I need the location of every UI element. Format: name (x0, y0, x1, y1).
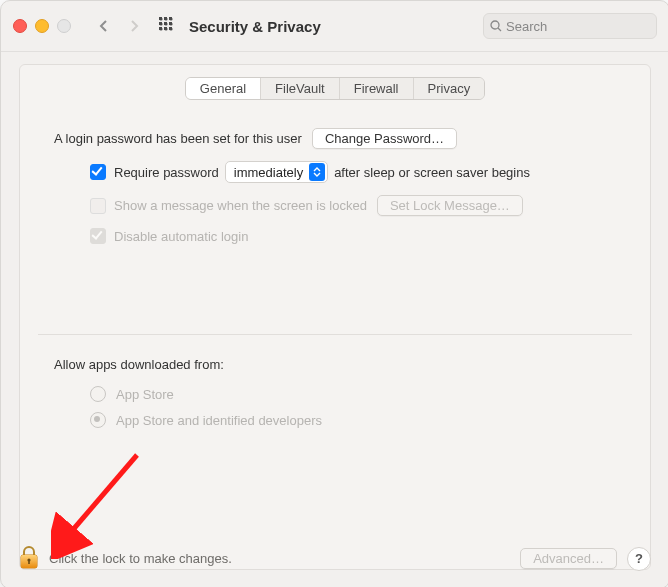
require-password-after-text: after sleep or screen saver begins (334, 165, 530, 180)
tab-strip: General FileVault Firewall Privacy (185, 77, 485, 100)
show-message-row: Show a message when the screen is locked… (54, 195, 616, 216)
require-password-delay-value: immediately (234, 165, 303, 180)
search-icon (490, 20, 502, 32)
svg-point-15 (164, 22, 167, 25)
svg-point-19 (169, 27, 172, 30)
appstore-identified-row: App Store and identified developers (54, 412, 616, 428)
tab-firewall[interactable]: Firewall (340, 78, 414, 99)
minimize-window-button[interactable] (35, 19, 49, 33)
svg-point-14 (159, 22, 162, 25)
tab-bar: General FileVault Firewall Privacy (20, 77, 650, 100)
require-password-label: Require password (114, 165, 219, 180)
set-lock-message-button: Set Lock Message… (377, 195, 523, 216)
disable-auto-login-checkbox (90, 228, 106, 244)
svg-line-21 (498, 28, 501, 31)
content-panel: General FileVault Firewall Privacy A log… (19, 64, 651, 570)
password-set-row: A login password has been set for this u… (54, 128, 616, 149)
forward-button[interactable] (121, 13, 147, 39)
preferences-window: Security & Privacy Search General FileVa… (0, 0, 668, 587)
back-button[interactable] (91, 13, 117, 39)
body: General FileVault Firewall Privacy A log… (1, 52, 668, 587)
tab-privacy[interactable]: Privacy (414, 78, 485, 99)
appstore-identified-label: App Store and identified developers (116, 413, 322, 428)
lock-icon[interactable] (19, 545, 39, 572)
change-password-button[interactable]: Change Password… (312, 128, 457, 149)
appstore-radio (90, 386, 106, 402)
password-set-text: A login password has been set for this u… (54, 131, 302, 146)
close-window-button[interactable] (13, 19, 27, 33)
require-password-checkbox[interactable] (90, 164, 106, 180)
require-password-row: Require password immediately after sleep… (54, 161, 616, 183)
show-message-checkbox (90, 198, 106, 214)
appstore-label: App Store (116, 387, 174, 402)
titlebar: Security & Privacy Search (1, 1, 668, 52)
search-field[interactable]: Search (483, 13, 657, 39)
svg-point-13 (169, 17, 172, 20)
search-placeholder: Search (506, 19, 547, 34)
show-all-icon[interactable] (159, 17, 175, 36)
svg-point-16 (169, 22, 172, 25)
svg-point-18 (164, 27, 167, 30)
window-title: Security & Privacy (189, 18, 321, 35)
stepper-icon (309, 163, 325, 181)
lock-area[interactable]: Click the lock to make changes. (19, 545, 232, 572)
svg-point-17 (159, 27, 162, 30)
advanced-button[interactable]: Advanced… (520, 548, 617, 569)
help-button[interactable]: ? (627, 547, 651, 571)
tab-general[interactable]: General (186, 78, 261, 99)
svg-point-11 (159, 17, 162, 20)
lock-text: Click the lock to make changes. (49, 551, 232, 566)
show-message-label: Show a message when the screen is locked (114, 198, 367, 213)
bottom-bar: Click the lock to make changes. Advanced… (1, 533, 668, 587)
general-content: A login password has been set for this u… (20, 100, 650, 254)
divider (38, 334, 632, 335)
disable-auto-login-row: Disable automatic login (54, 228, 616, 244)
appstore-row: App Store (54, 386, 616, 402)
tab-filevault[interactable]: FileVault (261, 78, 340, 99)
require-password-delay-select[interactable]: immediately (225, 161, 328, 183)
window-controls (13, 19, 71, 33)
disable-auto-login-label: Disable automatic login (114, 229, 248, 244)
svg-point-20 (491, 21, 499, 29)
allow-apps-label: Allow apps downloaded from: (54, 357, 650, 372)
svg-rect-25 (28, 560, 30, 564)
appstore-identified-radio (90, 412, 106, 428)
svg-point-12 (164, 17, 167, 20)
zoom-window-button[interactable] (57, 19, 71, 33)
